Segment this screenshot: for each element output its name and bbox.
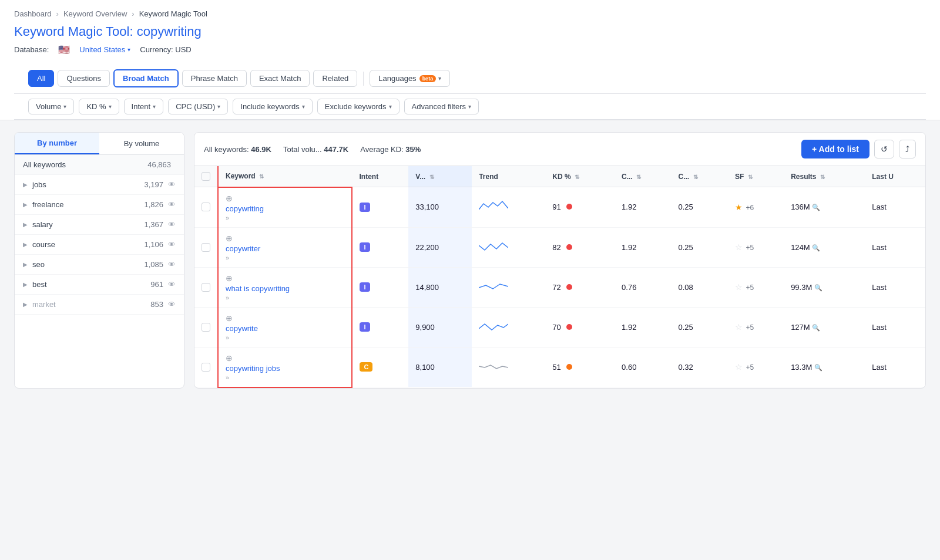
currency-label: Currency: USD (140, 45, 191, 54)
keyword-link[interactable]: copywriting jobs (226, 364, 344, 373)
eye-icon[interactable]: 👁 (168, 220, 176, 229)
keyword-cell: ⊕ copywriting jobs » (218, 347, 352, 387)
kd-filter[interactable]: KD % ▾ (79, 99, 119, 114)
sidebar-tab-by-volume[interactable]: By volume (99, 133, 184, 154)
expand-icon: ▶ (23, 201, 28, 208)
expand-icon: ▶ (23, 181, 28, 188)
c2-cell: 0.32 (672, 347, 728, 387)
intent-cell: I (352, 307, 408, 347)
tab-languages[interactable]: Languages beta ▾ (370, 70, 450, 87)
last-cell: Last (865, 347, 925, 387)
include-filter[interactable]: Include keywords ▾ (233, 99, 312, 114)
eye-icon[interactable]: 👁 (168, 180, 176, 189)
plus-icon[interactable]: ⊕ (226, 313, 342, 323)
keyword-link[interactable]: copywriter (226, 244, 344, 253)
content-area: All keywords: 46.9K Total volu... 447.7K… (194, 132, 926, 389)
chevron-down-icon: ▾ (127, 46, 130, 53)
list-item[interactable]: ▶ market 853 👁 (15, 295, 184, 315)
intent-chevron-icon: ▾ (153, 103, 156, 110)
trend-chart (479, 319, 508, 333)
sidebar-item-count: 1,106 (144, 240, 163, 249)
keyword-link[interactable]: copywriting (226, 204, 344, 213)
main-area: By number By volume All keywords 46,863 … (0, 120, 940, 400)
tab-broad-match[interactable]: Broad Match (113, 69, 179, 87)
trend-cell (472, 307, 545, 347)
eye-icon[interactable]: 👁 (168, 240, 176, 249)
list-item[interactable]: ▶ course 1,106 👁 (15, 235, 184, 255)
kd-cell: 51 (545, 347, 615, 387)
keyword-arrows-icon: » (226, 334, 344, 341)
list-item[interactable]: ▶ seo 1,085 👁 (15, 255, 184, 275)
add-to-list-button[interactable]: + Add to list (801, 140, 870, 158)
search-icon[interactable]: 🔍 (814, 284, 822, 291)
keyword-col-header[interactable]: Keyword ⇅ (218, 166, 352, 187)
plus-icon[interactable]: ⊕ (226, 194, 342, 203)
keyword-link[interactable]: what is copywriting (226, 284, 344, 293)
row-checkbox[interactable] (202, 203, 210, 211)
plus-icon[interactable]: ⊕ (226, 274, 342, 283)
list-item[interactable]: ▶ best 961 👁 (15, 275, 184, 295)
exclude-filter[interactable]: Exclude keywords ▾ (317, 99, 400, 114)
list-item[interactable]: ▶ jobs 3,197 👁 (15, 175, 184, 195)
kd-dot (566, 204, 572, 210)
select-all-checkbox[interactable] (202, 172, 210, 181)
top-bar: Dashboard › Keyword Overview › Keyword M… (0, 0, 940, 120)
refresh-button[interactable]: ↺ (874, 140, 894, 158)
languages-chevron-icon: ▾ (438, 75, 441, 82)
keyword-cell: ⊕ what is copywriting » (218, 267, 352, 307)
intent-filter[interactable]: Intent ▾ (124, 99, 164, 114)
advanced-filter[interactable]: Advanced filters ▾ (404, 99, 479, 114)
sidebar-all-label: All keywords (23, 160, 147, 169)
tab-exact-match[interactable]: Exact Match (250, 70, 310, 87)
tab-questions[interactable]: Questions (58, 70, 110, 87)
sidebar-tab-by-number[interactable]: By number (15, 133, 99, 154)
sidebar-item-count: 853 (150, 300, 163, 309)
keyword-arrows-icon: » (226, 294, 344, 301)
c2-cell: 0.08 (672, 267, 728, 307)
row-checkbox[interactable] (202, 323, 210, 332)
sidebar-item-label: course (32, 240, 144, 249)
breadcrumb-overview[interactable]: Keyword Overview (63, 9, 127, 18)
eye-icon[interactable]: 👁 (168, 200, 176, 209)
breadcrumb-dashboard[interactable]: Dashboard (14, 9, 52, 18)
search-icon[interactable]: 🔍 (812, 324, 820, 331)
search-icon[interactable]: 🔍 (812, 244, 820, 251)
c2-col-header[interactable]: C... ⇅ (672, 166, 728, 187)
plus-icon[interactable]: ⊕ (226, 234, 342, 243)
cpc-filter[interactable]: CPC (USD) ▾ (168, 99, 228, 114)
plus-icon[interactable]: ⊕ (226, 353, 342, 363)
tab-related[interactable]: Related (313, 70, 357, 87)
row-checkbox[interactable] (202, 243, 210, 252)
sidebar-all-keywords[interactable]: All keywords 46,863 (15, 155, 184, 175)
tab-all[interactable]: All (28, 70, 54, 87)
intent-col-header[interactable]: Intent (352, 166, 408, 187)
row-checkbox[interactable] (202, 283, 210, 292)
volume-col-header[interactable]: V... ⇅ (408, 166, 472, 187)
eye-icon[interactable]: 👁 (168, 280, 176, 289)
table-row: ⊕ copywriter » I 22,200 (194, 227, 925, 267)
search-icon[interactable]: 🔍 (814, 364, 822, 371)
sidebar-item-label: best (32, 280, 150, 289)
eye-icon[interactable]: 👁 (168, 260, 176, 269)
c1-col-header[interactable]: C... ⇅ (615, 166, 671, 187)
kd-col-header[interactable]: KD % ⇅ (545, 166, 615, 187)
keyword-arrows-icon: » (226, 214, 344, 221)
sidebar-item-count: 1,367 (144, 220, 163, 229)
volume-chevron-icon: ▾ (63, 103, 66, 110)
sidebar-item-label: freelance (32, 200, 144, 209)
beta-badge: beta (419, 75, 437, 82)
keyword-link[interactable]: copywrite (226, 324, 344, 333)
sf-col-header[interactable]: SF ⇅ (728, 166, 784, 187)
country-link[interactable]: United States ▾ (79, 45, 130, 54)
row-checkbox[interactable] (202, 363, 210, 372)
page-title: Keyword Magic Tool: copywriting (14, 24, 926, 39)
sf-cell: ★ +6 (728, 187, 784, 228)
tab-phrase-match[interactable]: Phrase Match (182, 70, 247, 87)
export-button[interactable]: ⤴ (899, 140, 916, 158)
search-icon[interactable]: 🔍 (812, 204, 820, 211)
eye-icon[interactable]: 👁 (168, 300, 176, 309)
volume-filter[interactable]: Volume ▾ (28, 99, 74, 114)
list-item[interactable]: ▶ salary 1,367 👁 (15, 215, 184, 235)
list-item[interactable]: ▶ freelance 1,826 👁 (15, 195, 184, 215)
results-col-header[interactable]: Results ⇅ (784, 166, 865, 187)
